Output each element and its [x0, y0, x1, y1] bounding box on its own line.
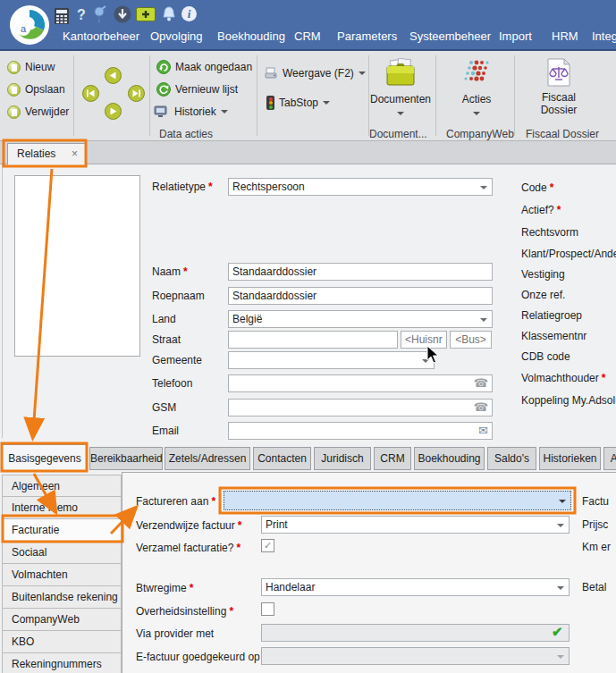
group-label-document: Document...: [369, 128, 427, 140]
cdb-code-label: CDB code: [521, 350, 570, 363]
chevron-down-icon[interactable]: [559, 500, 566, 503]
sidebar-item-kbo[interactable]: KBO: [2, 631, 122, 653]
tab-historieken[interactable]: Historieken: [539, 447, 601, 470]
close-icon[interactable]: ×: [72, 147, 78, 160]
history-label: Historiek: [174, 105, 216, 118]
chevron-down-icon[interactable]: [480, 186, 487, 189]
refresh-list-label: Vernieuw lijst: [175, 83, 238, 96]
menu-opvolging[interactable]: Opvolging: [150, 29, 203, 43]
download-circle-icon[interactable]: [114, 5, 131, 23]
tab-boekhouding[interactable]: Boekhouding: [414, 447, 485, 470]
tab-juridisch[interactable]: Juridisch: [314, 447, 371, 470]
efactuur-combobox: [261, 647, 570, 665]
tab-agenda-cut[interactable]: Ag: [603, 447, 616, 470]
menu-systeembeheer[interactable]: Systeembeheer: [409, 29, 491, 43]
via-provider-field: [261, 624, 570, 642]
bell-icon[interactable]: [161, 5, 177, 23]
sidebar-item-companyweb[interactable]: CompanyWeb: [2, 609, 122, 631]
tab-crm[interactable]: CRM: [374, 447, 411, 470]
pushpin-icon[interactable]: [92, 5, 108, 23]
first-record-button[interactable]: [82, 85, 99, 102]
fiscal-dossier-button[interactable]: Fiscaal Dossier: [526, 58, 592, 116]
sidebar-item-interne-memo[interactable]: Interne Memo: [2, 497, 122, 519]
chevron-down-icon[interactable]: [557, 524, 564, 527]
telefoon-field[interactable]: ☎: [228, 374, 493, 392]
actions-button[interactable]: Acties: [443, 58, 510, 118]
actions-dots-icon: [459, 58, 494, 88]
gemeente-combobox[interactable]: [228, 351, 435, 369]
info-icon[interactable]: i: [181, 6, 197, 21]
tab-relaties[interactable]: Relaties ×: [7, 143, 86, 164]
refresh-icon: [156, 82, 171, 97]
chevron-down-icon[interactable]: [557, 586, 564, 590]
chevron-down-icon: [323, 101, 330, 105]
tab-bereikbaarheid[interactable]: Bereikbaarheid: [89, 447, 163, 470]
email-field[interactable]: ✉: [228, 422, 493, 440]
btwregime-combobox[interactable]: Handelaar: [261, 578, 570, 596]
sidebar-item-sociaal[interactable]: Sociaal: [2, 542, 122, 564]
new-label: Nieuw: [25, 61, 55, 73]
view-f2-button[interactable]: Weergave (F2): [265, 64, 366, 82]
delete-button[interactable]: Verwijder: [7, 103, 69, 121]
actions-label: Acties: [443, 93, 510, 105]
sidebar-item-algemeen[interactable]: Algemeen: [2, 475, 122, 497]
group-label-companyweb: CompanyWeb: [446, 128, 514, 140]
tab-zetels-adressen[interactable]: Zetels/Adressen: [165, 447, 250, 470]
history-icon: [154, 105, 170, 119]
gsm-field[interactable]: ☎: [228, 399, 493, 416]
land-combobox[interactable]: België: [228, 310, 493, 328]
menu-hrm[interactable]: HRM: [552, 29, 578, 43]
sidebar-item-volmachten[interactable]: Volmachten: [2, 564, 122, 586]
refresh-list-button[interactable]: Vernieuw lijst: [156, 80, 238, 98]
naam-field[interactable]: [228, 263, 493, 281]
fiscal-dossier-icon: [547, 58, 570, 87]
menu-boekhouding[interactable]: Boekhouding: [217, 29, 285, 43]
documents-label: Documenten: [367, 93, 434, 105]
verzamel-facturatie-checkbox[interactable]: ✓: [261, 539, 274, 552]
fiscal-dossier-label-line2: Dossier: [526, 104, 592, 116]
menu-parameters[interactable]: Parameters: [337, 29, 397, 43]
overheidsinstelling-checkbox[interactable]: [261, 602, 274, 616]
save-button[interactable]: Opslaan: [7, 80, 65, 98]
menu-kantoorbeheer[interactable]: Kantoorbeheer: [63, 29, 139, 43]
tab-basisgegevens[interactable]: Basisgegevens: [2, 444, 88, 472]
undo-button[interactable]: Maak ongedaan: [156, 58, 252, 76]
document-tab-strip: Relaties ×: [0, 141, 616, 164]
phone-icon: ☎: [474, 376, 488, 390]
check-icon: ✓: [264, 540, 272, 551]
sidebar-item-buitenlandse-rekening[interactable]: Buitenlandse rekening: [2, 586, 122, 609]
menu-integraties[interactable]: Integ: [592, 29, 616, 43]
sidebar-item-rekeningnummers[interactable]: Rekeningnummers: [2, 653, 122, 673]
factureren-aan-combobox[interactable]: [224, 491, 571, 510]
relation-photo-placeholder[interactable]: [14, 175, 140, 357]
factuur-partial-label: Factu: [582, 495, 609, 508]
tab-saldos[interactable]: Saldo's: [487, 447, 536, 470]
last-record-button[interactable]: [128, 85, 145, 102]
rechtsvorm-label: Rechtsvorm: [521, 226, 578, 239]
delete-label: Verwijder: [25, 105, 69, 118]
tab-contacten[interactable]: Contacten: [253, 447, 311, 470]
history-button[interactable]: Historiek: [154, 103, 228, 121]
huisnr-field[interactable]: [401, 331, 447, 349]
calculator-icon[interactable]: [55, 8, 69, 24]
new-button[interactable]: Nieuw: [7, 58, 55, 76]
relatiegroep-label: Relatiegroep: [521, 309, 582, 322]
help-icon[interactable]: ?: [77, 7, 86, 23]
roepnaam-field[interactable]: [228, 287, 493, 305]
menu-crm[interactable]: CRM: [294, 29, 321, 43]
previous-record-button[interactable]: [105, 67, 122, 84]
prijscategorie-partial-label: Prijsc: [582, 518, 608, 531]
next-record-button[interactable]: [105, 103, 122, 120]
verzendwijze-combobox[interactable]: Print: [261, 516, 570, 534]
straat-field[interactable]: [228, 331, 398, 349]
relatietype-combobox[interactable]: Rechtspersoon: [228, 178, 493, 196]
add-panel-icon[interactable]: [136, 7, 156, 21]
delete-icon: [7, 105, 21, 119]
bus-field[interactable]: [450, 331, 492, 349]
sidebar-item-facturatie[interactable]: Facturatie: [2, 519, 122, 542]
chevron-down-icon[interactable]: [422, 359, 429, 363]
tabstop-button[interactable]: TabStop: [266, 94, 330, 112]
documents-button[interactable]: Documenten: [367, 58, 434, 118]
chevron-down-icon[interactable]: [480, 318, 487, 322]
menu-import[interactable]: Import: [499, 29, 532, 43]
